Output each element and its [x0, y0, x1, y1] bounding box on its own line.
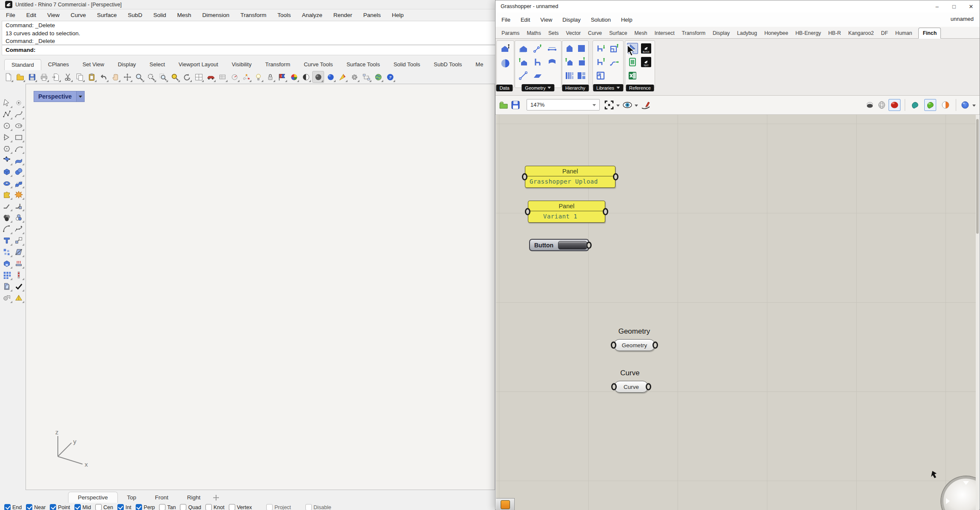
- gh-tab-display[interactable]: Display: [712, 28, 730, 38]
- link-icon[interactable]: [361, 71, 372, 82]
- earth-icon[interactable]: [373, 71, 384, 82]
- boolean-union-icon[interactable]: [2, 212, 12, 223]
- dimension-line-icon[interactable]: [547, 43, 558, 54]
- checkbox-end[interactable]: [4, 504, 11, 510]
- open-file-icon[interactable]: [14, 71, 26, 82]
- viewport-tab-right[interactable]: Right: [178, 492, 210, 503]
- button-press-face[interactable]: [558, 241, 587, 249]
- linear-array-icon[interactable]: [14, 269, 24, 280]
- color-wheel-icon[interactable]: [288, 71, 299, 82]
- osnap-cen[interactable]: Cen: [95, 504, 113, 510]
- osnap-point[interactable]: Point: [50, 504, 70, 510]
- checkbox-near[interactable]: [26, 504, 32, 510]
- array-icon[interactable]: [2, 246, 12, 257]
- rhino-menu-file[interactable]: File: [6, 12, 15, 18]
- rhino-menu-subd[interactable]: SubD: [128, 12, 142, 18]
- floorplan-up-icon[interactable]: [609, 43, 620, 54]
- group-label-libraries[interactable]: Libraries: [593, 84, 623, 91]
- pan-hand-icon[interactable]: [110, 71, 121, 82]
- checkbox-vertex[interactable]: [229, 504, 235, 510]
- zoom-extents-icon[interactable]: [603, 99, 615, 111]
- grid-array-icon[interactable]: [2, 269, 12, 280]
- puzzle-icon[interactable]: [2, 189, 12, 200]
- display-mode-icon[interactable]: [276, 71, 288, 82]
- line-vector-icon[interactable]: [532, 43, 543, 54]
- group-label-data[interactable]: Data: [496, 85, 513, 91]
- minimize-button[interactable]: –: [929, 1, 946, 12]
- checkbox-quad[interactable]: [180, 504, 186, 510]
- gh-tab-transform[interactable]: Transform: [681, 28, 707, 38]
- viewport-title-badge[interactable]: Perspective: [34, 91, 85, 102]
- zoom-dynamic-icon[interactable]: [145, 71, 157, 82]
- zoom-icon[interactable]: [134, 71, 145, 82]
- toolbar-tab-select[interactable]: Select: [143, 59, 172, 70]
- zoom-selected-icon[interactable]: [169, 71, 180, 82]
- protractor-icon[interactable]: [229, 71, 240, 82]
- extrude-icon[interactable]: [14, 258, 24, 269]
- toolbar-tab-set-view[interactable]: Set View: [76, 59, 111, 70]
- gh-tab-maths[interactable]: Maths: [526, 28, 542, 38]
- checkbox-project[interactable]: [266, 504, 273, 510]
- block-reference-icon[interactable]: BLOCK: [641, 43, 652, 54]
- osnap-mid[interactable]: Mid: [74, 504, 91, 510]
- rhino-menu-mesh[interactable]: Mesh: [177, 12, 191, 18]
- point-icon[interactable]: [14, 97, 24, 108]
- shaded-sphere-icon[interactable]: [300, 71, 311, 82]
- osnap-tan[interactable]: Tan: [159, 504, 176, 510]
- check-icon[interactable]: [14, 281, 24, 292]
- rhino-menu-analyze[interactable]: Analyze: [302, 12, 322, 18]
- panel-component-variant-1[interactable]: Panel Variant 1: [528, 201, 605, 223]
- settings-gear-icon[interactable]: [349, 71, 360, 82]
- trim-icon[interactable]: [2, 281, 12, 292]
- shear-icon[interactable]: [14, 246, 24, 257]
- output-connector[interactable]: [646, 383, 651, 391]
- gh-menu-solution[interactable]: Solution: [591, 17, 611, 23]
- toolbar-tab-standard[interactable]: Standard: [4, 59, 41, 70]
- viewport-menu-caret-icon[interactable]: [76, 91, 84, 102]
- toolbar-tab-visibility[interactable]: Visibility: [225, 59, 259, 70]
- mesh-surface-icon[interactable]: [14, 178, 24, 188]
- canvas-scrollbar[interactable]: [976, 115, 979, 510]
- lamp-icon[interactable]: [253, 71, 264, 82]
- gh-menu-view[interactable]: View: [540, 17, 552, 23]
- gh-tab-hb-r[interactable]: HB-R: [827, 28, 842, 38]
- plane-icon[interactable]: [532, 70, 543, 81]
- rhino-menu-edit[interactable]: Edit: [26, 12, 36, 18]
- gh-tab-ladybug[interactable]: Ladybug: [736, 28, 758, 38]
- curve-icon[interactable]: [14, 109, 24, 119]
- gem-caret-icon[interactable]: [972, 105, 976, 108]
- viewport-tab-top[interactable]: Top: [118, 492, 146, 503]
- roof-shape-icon[interactable]: [564, 43, 575, 54]
- scale-icon[interactable]: [14, 235, 24, 246]
- gh-tab-sets[interactable]: Sets: [547, 28, 560, 38]
- gh-tab-surface[interactable]: Surface: [608, 28, 628, 38]
- gray-solids-icon[interactable]: [2, 292, 12, 303]
- perspective-viewport[interactable]: Perspective z y x: [26, 84, 495, 490]
- zoom-level-select[interactable]: 147%: [527, 99, 600, 110]
- output-connector[interactable]: [652, 342, 658, 349]
- close-button[interactable]: ✕: [963, 1, 980, 12]
- osnap-int[interactable]: Int: [117, 504, 131, 510]
- geometry-param-component[interactable]: Geometry: [614, 339, 655, 351]
- furniture-down-icon[interactable]: [595, 43, 607, 54]
- gh-menu-edit[interactable]: Edit: [521, 17, 530, 23]
- paste-icon[interactable]: [86, 71, 97, 82]
- checkbox-disable[interactable]: [305, 504, 312, 510]
- chamfer-icon[interactable]: [14, 201, 24, 211]
- preview-shaded-icon[interactable]: [889, 99, 900, 111]
- output-connector[interactable]: [603, 208, 608, 215]
- group-label-hierarchy[interactable]: Hierarchy: [562, 85, 589, 91]
- cplane-icon[interactable]: [217, 71, 228, 82]
- gh-tab-intersect[interactable]: Intersect: [654, 28, 675, 38]
- rhino-menu-view[interactable]: View: [47, 12, 60, 18]
- surface-points-icon[interactable]: [2, 155, 12, 165]
- curve-param-component[interactable]: Curve: [614, 381, 648, 393]
- group-dropdown-icon[interactable]: [616, 87, 620, 91]
- gh-tab-finch[interactable]: Finch: [918, 28, 941, 39]
- toolbar-tab-curve-tools[interactable]: Curve Tools: [297, 59, 339, 70]
- square-up-icon[interactable]: [576, 57, 587, 68]
- rendered-sphere-icon[interactable]: [312, 71, 324, 83]
- viewport-layout-icon[interactable]: [193, 71, 204, 82]
- button-component[interactable]: Button: [529, 239, 589, 251]
- gh-tab-mesh[interactable]: Mesh: [634, 28, 648, 38]
